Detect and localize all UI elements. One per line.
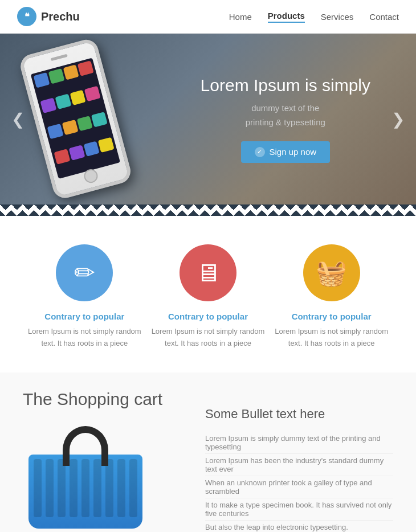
feature-circle-2: 🖥 bbox=[180, 244, 236, 301]
list-item: It to make a type specimen book. It has … bbox=[205, 498, 393, 521]
list-item: Lorem Ipsum is simply dummy text of the … bbox=[205, 432, 393, 454]
signup-button[interactable]: ✓ Sign up now bbox=[241, 141, 331, 163]
hero-section: ❮ L bbox=[0, 34, 416, 204]
nav-home[interactable]: Home bbox=[229, 12, 252, 22]
hero-next-arrow[interactable]: ❯ bbox=[386, 104, 410, 134]
logo-text: Prechu bbox=[41, 10, 80, 23]
hero-content: Lorem Ipsum is simply dummy text of the … bbox=[201, 76, 370, 163]
feature-desc-3: Lorem Ipsum is not simply random text. I… bbox=[275, 326, 389, 350]
basket-icon: 🧺 bbox=[316, 260, 347, 285]
feature-item-2: 🖥 Contrary to popular Lorem Ipsum is not… bbox=[151, 244, 265, 350]
feature-desc-1: Lorem Ipsum is not simply random text. I… bbox=[27, 326, 141, 350]
header: ❝ Prechu Home Products Services Contact bbox=[0, 0, 416, 34]
nav-services[interactable]: Services bbox=[321, 12, 354, 22]
basket-illustration bbox=[23, 426, 148, 529]
shopping-title: The Shopping cart bbox=[23, 390, 182, 409]
hero-prev-arrow[interactable]: ❮ bbox=[6, 104, 30, 134]
shopping-left: The Shopping cart bbox=[23, 390, 182, 532]
check-icon: ✓ bbox=[255, 147, 265, 157]
feature-circle-1: ✏ bbox=[56, 244, 113, 301]
shopping-section: The Shopping cart Some Bullet text here bbox=[0, 373, 416, 532]
zigzag-divider bbox=[0, 204, 416, 216]
monitor-icon: 🖥 bbox=[195, 260, 221, 285]
nav-products[interactable]: Products bbox=[268, 11, 305, 23]
list-item: When an unknown printer took a galley of… bbox=[205, 476, 393, 498]
logo-icon: ❝ bbox=[17, 7, 36, 26]
feature-title-3: Contrary to popular bbox=[275, 312, 389, 321]
hero-phone bbox=[34, 39, 131, 199]
feature-item-3: 🧺 Contrary to popular Lorem Ipsum is not… bbox=[275, 244, 389, 350]
bullet-title: Some Bullet text here bbox=[205, 407, 393, 421]
feature-title-2: Contrary to popular bbox=[151, 312, 265, 321]
pencil-icon: ✏ bbox=[74, 260, 95, 285]
basket-handle bbox=[63, 426, 108, 466]
feature-item-1: ✏ Contrary to popular Lorem Ipsum is not… bbox=[27, 244, 141, 350]
main-nav: Home Products Services Contact bbox=[229, 11, 399, 23]
list-item: Lorem Ipsum has been the industry's stan… bbox=[205, 454, 393, 476]
shopping-right: Some Bullet text here Lorem Ipsum is sim… bbox=[205, 390, 393, 532]
hero-title: Lorem Ipsum is simply bbox=[201, 76, 370, 95]
feature-desc-2: Lorem Ipsum is not simply random text. I… bbox=[151, 326, 265, 350]
logo[interactable]: ❝ Prechu bbox=[17, 7, 80, 26]
nav-contact[interactable]: Contact bbox=[369, 12, 399, 22]
feature-circle-3: 🧺 bbox=[303, 244, 360, 301]
feature-title-1: Contrary to popular bbox=[27, 312, 141, 321]
bullet-list: Lorem Ipsum is simply dummy text of the … bbox=[205, 432, 393, 532]
features-section: ✏ Contrary to popular Lorem Ipsum is not… bbox=[0, 216, 416, 373]
list-item: But also the leap into electronic typese… bbox=[205, 521, 393, 532]
hero-subtitle: dummy text of the printing & typesetting bbox=[201, 101, 370, 130]
